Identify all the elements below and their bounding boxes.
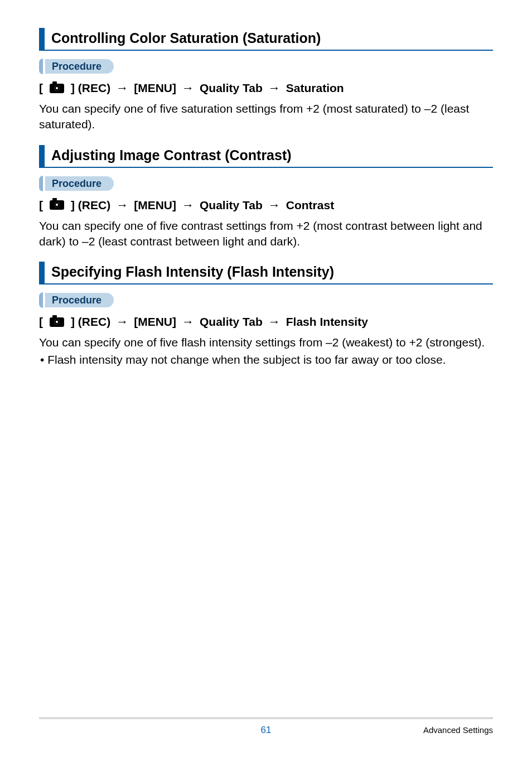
camera-icon (50, 317, 64, 327)
heading-accent-bar (39, 28, 45, 50)
arrow-icon: → (182, 198, 194, 213)
section-heading-saturation: Controlling Color Saturation (Saturation… (39, 28, 493, 51)
quality-tab-label: Quality Tab (200, 81, 263, 95)
bracket-open: [ (39, 199, 43, 212)
heading-title: Specifying Flash Intensity (Flash Intens… (51, 262, 334, 283)
page-number: 61 (39, 725, 493, 736)
bracket-open: [ (39, 315, 43, 329)
rec-label: ] (REC) (71, 81, 110, 95)
step-line-contrast: [ ] (REC) → [MENU] → Quality Tab → Contr… (39, 198, 493, 213)
heading-accent-bar (39, 145, 45, 167)
heading-title: Adjusting Image Contrast (Contrast) (51, 145, 292, 167)
arrow-icon: → (268, 81, 280, 95)
body-text-flash: You can specify one of five flash intens… (39, 335, 493, 350)
procedure-chip-accent (39, 59, 43, 74)
step-item-label: Contrast (286, 199, 334, 212)
procedure-chip: Procedure (39, 176, 493, 191)
bullet-text-flash: • Flash intensity may not change when th… (39, 352, 493, 368)
procedure-chip-label: Procedure (45, 59, 114, 74)
procedure-chip-accent (39, 292, 43, 308)
step-item-label: Flash Intensity (286, 315, 368, 329)
section-heading-contrast: Adjusting Image Contrast (Contrast) (39, 145, 493, 168)
step-line-saturation: [ ] (REC) → [MENU] → Quality Tab → Satur… (39, 81, 493, 95)
camera-icon (50, 84, 64, 93)
quality-tab-label: Quality Tab (200, 199, 263, 212)
arrow-icon: → (116, 315, 128, 329)
procedure-chip-label: Procedure (45, 293, 114, 307)
page: Controlling Color Saturation (Saturation… (0, 0, 532, 757)
quality-tab-label: Quality Tab (200, 315, 263, 329)
procedure-chip-accent (39, 176, 43, 191)
menu-label: [MENU] (134, 199, 176, 212)
arrow-icon: → (268, 315, 280, 329)
page-footer: 61 Advanced Settings (39, 717, 493, 735)
rec-label: ] (REC) (71, 315, 110, 329)
arrow-icon: → (116, 198, 128, 213)
step-line-flash: [ ] (REC) → [MENU] → Quality Tab → Flash… (39, 315, 493, 329)
procedure-chip: Procedure (39, 292, 493, 308)
section-heading-flash: Specifying Flash Intensity (Flash Intens… (39, 262, 493, 285)
rec-label: ] (REC) (71, 199, 110, 212)
arrow-icon: → (182, 315, 194, 329)
heading-accent-bar (39, 262, 45, 283)
heading-title: Controlling Color Saturation (Saturation… (51, 28, 321, 50)
step-item-label: Saturation (286, 81, 344, 95)
menu-label: [MENU] (134, 81, 176, 95)
arrow-icon: → (182, 81, 194, 95)
arrow-icon: → (116, 81, 128, 95)
menu-label: [MENU] (134, 315, 176, 329)
procedure-chip: Procedure (39, 59, 493, 74)
bracket-open: [ (39, 81, 43, 95)
procedure-chip-label: Procedure (45, 176, 114, 191)
camera-icon (50, 200, 64, 210)
footer-row: 61 Advanced Settings (39, 725, 493, 735)
footer-rule (39, 717, 493, 720)
body-text-contrast: You can specify one of five contrast set… (39, 218, 493, 250)
arrow-icon: → (268, 198, 280, 213)
body-text-saturation: You can specify one of five saturation s… (39, 101, 493, 133)
